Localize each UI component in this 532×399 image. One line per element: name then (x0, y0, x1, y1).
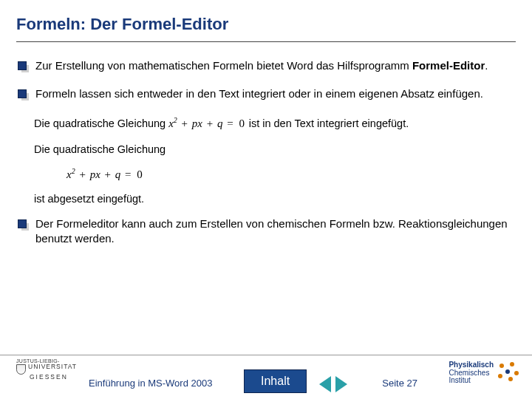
var-x2: x (197, 117, 202, 129)
bop-eq: = (123, 168, 132, 180)
prev-arrow-icon[interactable] (319, 376, 331, 392)
block-formula: x2 + px + q = 0 (66, 167, 516, 181)
inline-formula: x2 + px + q = 0 (168, 117, 249, 129)
inline-text-b: ist in den Text integriert eingefügt. (249, 117, 409, 129)
op-plus-1: + (180, 117, 189, 129)
block-outro: ist abgesetzt eingefügt. (34, 191, 516, 206)
var-q: q (217, 117, 223, 129)
university-logo: JUSTUS-LIEBIG- UNIVERSITAT GIESSEN (16, 358, 77, 381)
bexp-2: 2 (72, 167, 75, 175)
bullet-2: Formeln lassen sich entweder in den Text… (31, 86, 516, 101)
num-zero: 0 (237, 117, 246, 129)
inline-example: Die quadratische Gleichung x2 + px + q =… (34, 115, 516, 132)
title-rule (16, 41, 516, 42)
shield-icon (16, 364, 26, 375)
bullet-1-bold: Formel-Editor (412, 59, 485, 72)
bullet-1-text-c: . (485, 59, 488, 72)
bvar-x: x (66, 168, 72, 180)
molecule-icon (498, 362, 520, 384)
op-eq: = (225, 117, 234, 129)
var-x: x (168, 117, 174, 129)
op-plus-2: + (205, 117, 214, 129)
bvar-x2: x (95, 168, 100, 180)
bullet-3: Der Formeleditor kann auch zum Erstellen… (31, 216, 516, 247)
institute-logo: Physikalisch Chemisches Institut (449, 361, 520, 385)
footer: JUSTUS-LIEBIG- UNIVERSITAT GIESSEN Einfü… (0, 355, 532, 399)
bop-plus-1: + (78, 168, 86, 180)
inst-line3: Institut (449, 377, 494, 385)
inline-text-a: Die quadratische Gleichung (34, 117, 168, 129)
slide-title: Formeln: Der Formel-Editor (16, 15, 516, 34)
univ-line3: GIESSEN (16, 374, 77, 381)
inst-line1: Physikalisch (449, 361, 494, 369)
univ-line2: UNIVERSITAT (28, 363, 77, 370)
bullet-1: Zur Erstellung von mathematischen Formel… (31, 58, 516, 73)
page-number: Seite 27 (382, 378, 417, 389)
contents-button[interactable]: Inhalt (244, 369, 307, 393)
bullet-list: Zur Erstellung von mathematischen Formel… (16, 58, 516, 102)
bullet-1-text-a: Zur Erstellung von mathematischen Formel… (35, 59, 412, 72)
bop-plus-2: + (103, 168, 112, 180)
bullet-list-2: Der Formeleditor kann auch zum Erstellen… (16, 216, 516, 247)
exp-2: 2 (174, 116, 177, 124)
block-intro: Die quadratische Gleichung (34, 142, 516, 157)
bnum-zero: 0 (135, 168, 144, 180)
bvar-q: q (115, 168, 121, 180)
course-label: Einführung in MS-Word 2003 (89, 378, 212, 389)
nav-arrows (319, 376, 347, 392)
next-arrow-icon[interactable] (335, 376, 347, 392)
